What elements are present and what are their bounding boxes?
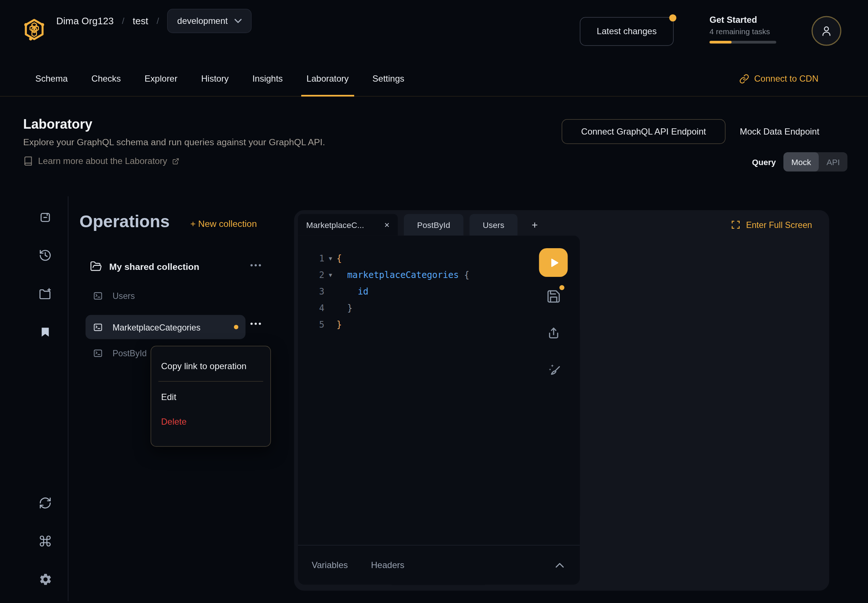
editor-tab-label: PostById	[417, 220, 450, 230]
toggle-option-api[interactable]: API	[819, 152, 847, 172]
run-query-button[interactable]	[539, 248, 568, 277]
tab-label: Checks	[91, 74, 121, 84]
save-operation-button[interactable]	[546, 289, 561, 304]
code-area: 1 ▼ { 2 ▼ marketplaceCategories { 3 id	[298, 236, 580, 333]
magic-brush-icon	[546, 362, 562, 377]
code-line: 4 }	[298, 300, 580, 316]
close-tab-icon[interactable]: ×	[384, 220, 390, 230]
latest-changes-label: Latest changes	[597, 26, 657, 36]
variables-tab[interactable]: Variables	[312, 560, 348, 570]
line-number: 3	[298, 286, 324, 297]
new-tab-button[interactable]: +	[524, 214, 546, 236]
collection-header[interactable]: My shared collection	[90, 260, 200, 272]
tab-checks[interactable]: Checks	[86, 62, 127, 96]
new-collection-button[interactable]: + New collection	[190, 218, 257, 229]
collapse-panel-button[interactable]	[555, 562, 565, 569]
notification-dot	[669, 14, 677, 22]
operation-context-menu: Copy link to operation Edit Delete	[151, 346, 271, 447]
breadcrumb-separator: /	[157, 16, 159, 26]
chevron-up-icon	[555, 562, 565, 569]
code-line: 1 ▼ {	[298, 250, 580, 267]
tab-history[interactable]: History	[196, 62, 234, 96]
hive-logo[interactable]	[22, 18, 46, 42]
fold-icon[interactable]: ▼	[324, 272, 337, 278]
prettify-query-button[interactable]	[546, 362, 562, 377]
settings-button[interactable]	[33, 567, 57, 591]
tab-label: Explorer	[145, 74, 177, 84]
bookmarks-panel-button[interactable]	[33, 320, 57, 344]
connect-graphql-endpoint-button[interactable]: Connect GraphQL API Endpoint	[562, 119, 726, 144]
get-started-title: Get Started	[710, 15, 777, 25]
bookmark-icon	[39, 326, 51, 338]
hive-laboratory-app: Dima Org123 / test / development Latest …	[0, 0, 868, 603]
connect-to-cdn-link[interactable]: Connect to CDN	[739, 62, 818, 96]
link-icon	[739, 74, 749, 84]
fold-icon[interactable]: ▼	[324, 255, 337, 261]
collection-box-icon	[39, 211, 52, 224]
menu-item-copy-link[interactable]: Copy link to operation	[151, 354, 270, 379]
get-started-widget[interactable]: Get Started 4 remaining tasks	[710, 15, 777, 44]
menu-divider	[158, 381, 263, 382]
refresh-icon	[39, 496, 52, 510]
query-editor[interactable]: 1 ▼ { 2 ▼ marketplaceCategories { 3 id	[298, 236, 580, 585]
code-text: {	[459, 269, 469, 280]
command-icon	[39, 535, 52, 548]
tab-settings[interactable]: Settings	[367, 62, 410, 96]
code-text: }	[337, 303, 352, 313]
code-line: 3 id	[298, 283, 580, 300]
collections-panel-button[interactable]	[33, 205, 57, 229]
headers-tab[interactable]: Headers	[371, 560, 405, 570]
breadcrumb-org[interactable]: Dima Org123	[56, 15, 114, 27]
tab-label: Insights	[252, 74, 283, 84]
editor-tab-users[interactable]: Users	[470, 214, 518, 236]
collection-menu-button[interactable]	[250, 264, 262, 267]
new-folder-button[interactable]	[33, 282, 57, 306]
editor-tab-postbyid[interactable]: PostById	[404, 214, 463, 236]
operation-item-users[interactable]: Users	[93, 291, 135, 302]
gear-icon	[38, 572, 52, 586]
operation-item-postbyid[interactable]: PostById	[93, 348, 147, 359]
enter-fullscreen-button[interactable]: Enter Full Screen	[731, 214, 812, 236]
share-upload-icon	[546, 325, 561, 340]
latest-changes-button[interactable]: Latest changes	[580, 17, 674, 46]
shortcuts-button[interactable]	[33, 529, 57, 554]
environment-selector-value: development	[177, 16, 227, 26]
editor-bottom-bar: Variables Headers	[298, 545, 580, 584]
tab-label: History	[201, 74, 229, 84]
connect-graphql-endpoint-label: Connect GraphQL API Endpoint	[581, 127, 706, 136]
operation-label: PostById	[113, 348, 147, 358]
operation-menu-button[interactable]	[250, 322, 262, 325]
user-icon	[820, 25, 833, 37]
code-text: id	[337, 286, 368, 297]
history-panel-button[interactable]	[33, 243, 57, 267]
share-operation-button[interactable]	[546, 325, 561, 340]
menu-item-edit[interactable]: Edit	[151, 385, 270, 410]
hive-logo-icon	[22, 18, 46, 42]
tab-explorer[interactable]: Explorer	[139, 62, 183, 96]
editor-tab-marketplacecategories[interactable]: MarketplaceC... ×	[298, 214, 398, 236]
breadcrumb-project[interactable]: test	[133, 15, 148, 27]
user-avatar[interactable]	[812, 16, 842, 46]
mock-data-endpoint-button[interactable]: Mock Data Endpoint	[740, 119, 820, 144]
learn-more-link[interactable]: Learn more about the Laboratory	[23, 156, 179, 166]
code-line: 5 }	[298, 316, 580, 333]
get-started-progress-fill	[710, 41, 732, 44]
tab-label: Schema	[35, 74, 68, 84]
tab-schema[interactable]: Schema	[30, 62, 73, 96]
unsaved-changes-dot	[234, 325, 238, 329]
toggle-option-mock[interactable]: Mock	[784, 152, 819, 172]
query-mode-toggle: Mock API	[784, 152, 848, 172]
code-text: marketplaceCategories	[337, 269, 459, 280]
refetch-schema-button[interactable]	[33, 491, 57, 515]
tab-laboratory[interactable]: Laboratory	[301, 62, 354, 96]
tab-insights[interactable]: Insights	[247, 62, 288, 96]
fullscreen-icon	[731, 220, 741, 230]
page-description: Explore your GraphQL schema and run quer…	[23, 137, 325, 147]
learn-more-label: Learn more about the Laboratory	[38, 156, 167, 166]
menu-item-delete[interactable]: Delete	[151, 409, 270, 434]
external-link-icon	[172, 158, 179, 165]
collection-name: My shared collection	[109, 261, 200, 272]
operation-icon	[93, 348, 103, 359]
environment-selector[interactable]: development	[167, 9, 252, 33]
operation-item-marketplacecategories[interactable]: MarketplaceCategories	[93, 322, 200, 333]
